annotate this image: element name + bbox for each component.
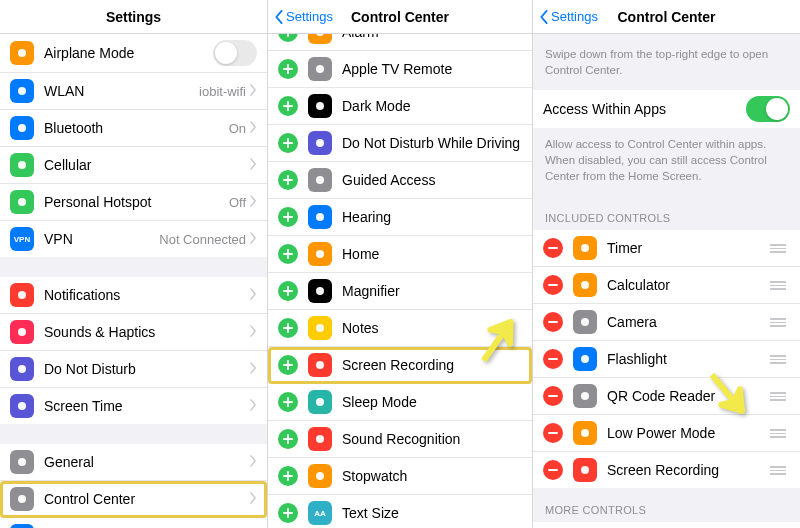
add-control-row-notes[interactable]: Notes [268,310,532,347]
add-button[interactable] [278,207,298,227]
included-row-flashlight[interactable]: Flashlight [533,341,800,378]
chevron-right-icon [250,121,257,136]
access-within-apps-row[interactable]: Access Within Apps [533,90,800,128]
remove-button[interactable] [543,423,563,443]
add-control-row-text-size[interactable]: AAText Size [268,495,532,528]
add-button[interactable] [278,170,298,190]
back-to-settings-3[interactable]: Settings [539,9,598,24]
add-button[interactable] [278,34,298,42]
drag-handle-icon[interactable] [766,240,790,257]
settings-row-wlan[interactable]: WLANiobit-wifi [0,73,267,110]
control-center-title: Control Center [351,9,449,25]
add-button[interactable] [278,244,298,264]
add-button[interactable] [278,96,298,116]
add-control-row-sleep-mode[interactable]: Sleep Mode [268,384,532,421]
settings-row-control-center[interactable]: Control Center [0,481,267,518]
swipe-description: Swipe down from the top-right edge to op… [533,34,800,90]
settings-list[interactable]: Airplane ModeWLANiobit-wifiBluetoothOnCe… [0,34,267,528]
add-control-row-do-not-disturb-while-driving[interactable]: Do Not Disturb While Driving [268,125,532,162]
svg-point-9 [18,458,26,466]
svg-point-31 [581,318,589,326]
row-label: Calculator [607,277,766,293]
magnifier-icon [308,279,332,303]
add-button[interactable] [278,59,298,79]
sound-recognition-icon [308,427,332,451]
drag-handle-icon[interactable] [766,351,790,368]
add-control-row-hearing[interactable]: Hearing [268,199,532,236]
add-button[interactable] [278,133,298,153]
row-label: Screen Recording [342,357,522,373]
back-to-settings[interactable]: Settings [274,9,333,24]
included-row-timer[interactable]: Timer [533,230,800,267]
add-button[interactable] [278,318,298,338]
settings-row-screen-time[interactable]: Screen Time [0,388,267,424]
chevron-right-icon [250,399,257,414]
row-label: Notifications [44,287,250,303]
settings-row-cellular[interactable]: Cellular [0,147,267,184]
settings-row-airplane-mode[interactable]: Airplane Mode [0,34,267,73]
settings-row-sounds-haptics[interactable]: Sounds & Haptics [0,314,267,351]
remove-button[interactable] [543,349,563,369]
drag-handle-icon[interactable] [766,277,790,294]
svg-point-4 [18,198,26,206]
remove-button[interactable] [543,312,563,332]
more-controls-list[interactable]: AlarmApple TV RemoteDark ModeDo Not Dist… [268,34,532,528]
flashlight-icon [573,347,597,371]
add-button[interactable] [278,503,298,523]
add-control-row-dark-mode[interactable]: Dark Mode [268,88,532,125]
remove-button[interactable] [543,386,563,406]
add-control-row-screen-recording[interactable]: Screen Recording [268,347,532,384]
more-row-accessibility-shortcuts[interactable]: Accessibility Shortcuts [533,522,800,528]
settings-row-display-brightness[interactable]: Display & Brightness [0,518,267,528]
add-button[interactable] [278,355,298,375]
svg-point-6 [18,328,26,336]
add-control-row-magnifier[interactable]: Magnifier [268,273,532,310]
access-within-apps-switch[interactable] [746,96,790,122]
settings-row-personal-hotspot[interactable]: Personal HotspotOff [0,184,267,221]
hotspot-icon [10,190,34,214]
add-control-row-home[interactable]: Home [268,236,532,273]
add-control-row-stopwatch[interactable]: Stopwatch [268,458,532,495]
settings-row-general[interactable]: General [0,444,267,481]
settings-row-bluetooth[interactable]: BluetoothOn [0,110,267,147]
add-control-row-apple-tv-remote[interactable]: Apple TV Remote [268,51,532,88]
settings-row-do-not-disturb[interactable]: Do Not Disturb [0,351,267,388]
included-row-camera[interactable]: Camera [533,304,800,341]
remove-button[interactable] [543,238,563,258]
add-button[interactable] [278,429,298,449]
included-controls-header: Included Controls [533,196,800,230]
svg-point-8 [18,402,26,410]
drag-handle-icon[interactable] [766,388,790,405]
svg-point-30 [581,281,589,289]
remove-button[interactable] [543,460,563,480]
row-label: Apple TV Remote [342,61,522,77]
settings-row-notifications[interactable]: Notifications [0,277,267,314]
svg-point-19 [316,213,324,221]
control-center-add-pane: Settings Control Center AlarmApple TV Re… [268,0,533,528]
row-label: Screen Recording [607,462,766,478]
add-button[interactable] [278,392,298,412]
included-row-qr-code-reader[interactable]: QR Code Reader [533,378,800,415]
control-center-header: Settings Control Center [268,0,532,34]
settings-row-vpn[interactable]: VPNVPNNot Connected [0,221,267,257]
row-label: Sound Recognition [342,431,522,447]
add-control-row-alarm[interactable]: Alarm [268,34,532,51]
appletv-icon [308,57,332,81]
add-control-row-guided-access[interactable]: Guided Access [268,162,532,199]
chevron-right-icon [250,158,257,173]
manage-scroll[interactable]: Swipe down from the top-right edge to op… [533,34,800,528]
included-row-low-power-mode[interactable]: Low Power Mode [533,415,800,452]
remove-button[interactable] [543,275,563,295]
included-row-screen-recording[interactable]: Screen Recording [533,452,800,488]
add-control-row-sound-recognition[interactable]: Sound Recognition [268,421,532,458]
row-label: Flashlight [607,351,766,367]
add-button[interactable] [278,281,298,301]
airplane-switch[interactable] [213,40,257,66]
drag-handle-icon[interactable] [766,462,790,479]
sounds-icon [10,320,34,344]
chevron-right-icon [250,325,257,340]
drag-handle-icon[interactable] [766,314,790,331]
included-row-calculator[interactable]: Calculator [533,267,800,304]
add-button[interactable] [278,466,298,486]
drag-handle-icon[interactable] [766,425,790,442]
